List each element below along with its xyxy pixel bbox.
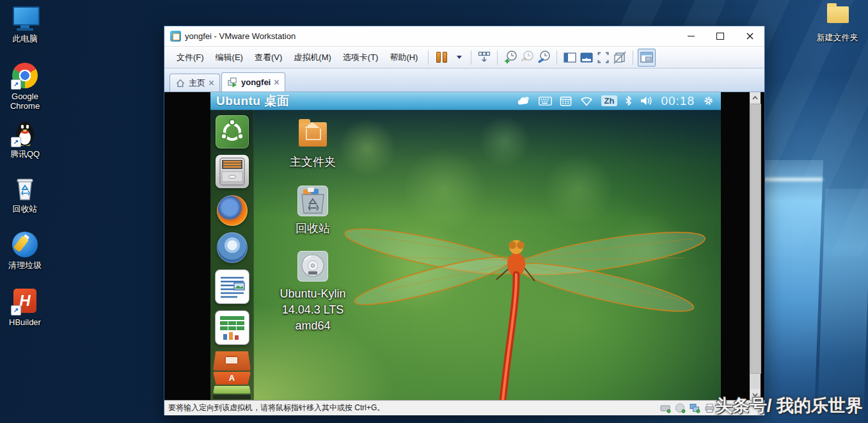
ubuntu-tray: Zh 00:18 bbox=[517, 94, 721, 108]
weather-icon[interactable] bbox=[517, 95, 531, 107]
icon-label: 回收站 bbox=[274, 221, 351, 237]
tab-home[interactable]: 主页 bbox=[170, 74, 220, 92]
pause-vm-button[interactable] bbox=[433, 49, 450, 66]
send-ctrl-alt-del-icon bbox=[477, 51, 491, 65]
input-method-indicator[interactable]: Zh bbox=[601, 95, 618, 106]
home-folder-icon bbox=[296, 117, 330, 152]
send-ctrl-alt-del-button[interactable] bbox=[476, 49, 493, 66]
recycle-bin-icon bbox=[11, 174, 39, 202]
window-title: yongfei - VMware Workstation bbox=[185, 31, 676, 41]
shortcut-arrow-icon: ↗ bbox=[11, 137, 21, 147]
icon-label: HBuilder bbox=[0, 317, 50, 327]
close-tab-icon[interactable] bbox=[274, 79, 280, 85]
revert-snapshot-button[interactable] bbox=[519, 49, 535, 66]
ubuntu-top-panel: Ubuntu 桌面 bbox=[210, 92, 721, 110]
vmware-window: yongfei - VMware Workstation 文件(F) 编辑(E)… bbox=[164, 26, 765, 415]
ubuntu-icon-home-folder[interactable]: 主文件夹 bbox=[274, 117, 351, 170]
launcher-ubuntu-dash[interactable] bbox=[216, 115, 249, 148]
icon-label: 新建文件夹 bbox=[812, 33, 862, 42]
session-gear-icon[interactable] bbox=[702, 95, 714, 107]
fullscreen-icon bbox=[596, 51, 610, 65]
dvd-disc-icon bbox=[296, 249, 330, 283]
bluetooth-icon[interactable] bbox=[625, 95, 632, 106]
cleaner-icon bbox=[11, 230, 39, 259]
pause-icon bbox=[436, 52, 447, 63]
menu-help[interactable]: 帮助(H) bbox=[384, 49, 423, 67]
ubuntu-icon-kylin-dvd[interactable]: Ubuntu-Kylin 14.04.3 LTS amd64 bbox=[274, 249, 351, 334]
desktop-icon-new-folder[interactable]: 新建文件夹 bbox=[812, 3, 862, 42]
menu-tabs[interactable]: 选项卡(T) bbox=[337, 49, 384, 67]
desktop-icon-tencent-qq[interactable]: ↗ 腾讯QQ bbox=[0, 119, 50, 159]
menu-vm[interactable]: 虚拟机(M) bbox=[288, 49, 337, 67]
toolbar-separator bbox=[471, 51, 471, 65]
close-button[interactable] bbox=[735, 27, 764, 46]
launcher-folded-icon[interactable] bbox=[213, 386, 251, 394]
tab-yongfei[interactable]: yongfei bbox=[221, 72, 285, 92]
status-message: 要将输入定向到该虚拟机，请将鼠标指针移入其中或按 Ctrl+G。 bbox=[168, 403, 384, 413]
scrollbar-thumb[interactable] bbox=[750, 104, 761, 374]
unity-mode-button[interactable] bbox=[612, 49, 628, 66]
console-view-icon bbox=[640, 51, 654, 65]
status-bar: 要将输入定向到该虚拟机，请将鼠标指针移入其中或按 Ctrl+G。 bbox=[164, 400, 764, 415]
launcher-libreoffice-calc[interactable] bbox=[215, 310, 249, 345]
toolbar-separator bbox=[497, 51, 498, 65]
menu-edit[interactable]: 编辑(E) bbox=[210, 49, 249, 67]
menu-view[interactable]: 查看(V) bbox=[249, 49, 288, 67]
wallpaper-beam bbox=[817, 189, 868, 422]
keyboard-icon[interactable] bbox=[539, 96, 552, 106]
icon-label: 14.04.3 LTS bbox=[274, 302, 351, 318]
trash-icon bbox=[296, 184, 330, 218]
desktop-icon-hbuilder[interactable]: H ↗ HBuilder bbox=[0, 287, 50, 327]
ubuntu-screen: Ubuntu 桌面 bbox=[210, 92, 721, 400]
console-view-button[interactable] bbox=[638, 49, 656, 67]
desktop-icon-this-pc[interactable]: 此电脑 bbox=[0, 4, 50, 44]
bokeh bbox=[543, 154, 613, 225]
shortcut-arrow-icon: ↗ bbox=[11, 305, 21, 315]
printer-icon[interactable] bbox=[704, 403, 715, 413]
scroll-up-button[interactable] bbox=[750, 92, 761, 103]
cd-dvd-icon[interactable] bbox=[675, 403, 686, 413]
launcher-libreoffice-impress[interactable] bbox=[213, 351, 251, 371]
desktop-icon-google-chrome[interactable]: ↗ Google Chrome bbox=[0, 61, 50, 111]
power-dropdown-button[interactable] bbox=[450, 49, 466, 66]
vm-console[interactable]: Ubuntu 桌面 bbox=[164, 92, 764, 400]
show-library-button[interactable] bbox=[562, 49, 578, 66]
launcher-libreoffice-writer[interactable] bbox=[215, 269, 249, 304]
volume-icon[interactable] bbox=[640, 95, 653, 106]
panel-title: Ubuntu 桌面 bbox=[210, 93, 517, 109]
icon-label: 主文件夹 bbox=[274, 154, 351, 170]
title-bar[interactable]: yongfei - VMware Workstation bbox=[164, 26, 764, 47]
bokeh bbox=[479, 116, 530, 167]
full-screen-button[interactable] bbox=[595, 49, 612, 66]
launcher-software-center[interactable]: A bbox=[213, 372, 251, 385]
show-thumbnail-bar-button[interactable] bbox=[578, 49, 595, 66]
vmware-logo-icon bbox=[170, 31, 181, 42]
manage-snapshots-button[interactable] bbox=[535, 49, 552, 66]
tab-bar: 主页 yongfei bbox=[164, 68, 764, 92]
icon-label: Ubuntu-Kylin bbox=[274, 286, 351, 302]
hard-disk-icon[interactable] bbox=[660, 403, 671, 413]
launcher-firefox[interactable] bbox=[217, 195, 248, 226]
launcher-file-manager[interactable] bbox=[216, 155, 249, 188]
minimize-button[interactable] bbox=[676, 27, 706, 46]
panel-clock[interactable]: 00:18 bbox=[661, 94, 695, 108]
ubuntu-wallpaper: A 主文件夹 bbox=[210, 109, 721, 400]
chrome-icon: ↗ bbox=[11, 61, 39, 90]
icon-label: 腾讯QQ bbox=[0, 149, 50, 159]
maximize-button[interactable] bbox=[706, 27, 735, 46]
network-adapter-icon[interactable] bbox=[690, 403, 700, 413]
icon-label: 此电脑 bbox=[0, 34, 50, 44]
menu-file[interactable]: 文件(F) bbox=[171, 49, 210, 67]
vm-icon bbox=[227, 77, 238, 88]
launcher-chromium[interactable] bbox=[217, 232, 248, 263]
ubuntu-icon-trash[interactable]: 回收站 bbox=[274, 184, 351, 237]
network-icon[interactable] bbox=[580, 96, 594, 106]
close-tab-icon[interactable] bbox=[209, 80, 214, 86]
library-panel-icon bbox=[563, 51, 577, 65]
calendar-icon[interactable] bbox=[560, 95, 572, 106]
desktop-icon-clean-trash[interactable]: 清理垃圾 bbox=[0, 230, 50, 270]
take-snapshot-button[interactable] bbox=[502, 49, 519, 66]
vm-scrollbar[interactable] bbox=[750, 92, 761, 400]
unity-mode-icon bbox=[613, 51, 627, 65]
desktop-icon-recycle-bin[interactable]: 回收站 bbox=[0, 174, 50, 214]
